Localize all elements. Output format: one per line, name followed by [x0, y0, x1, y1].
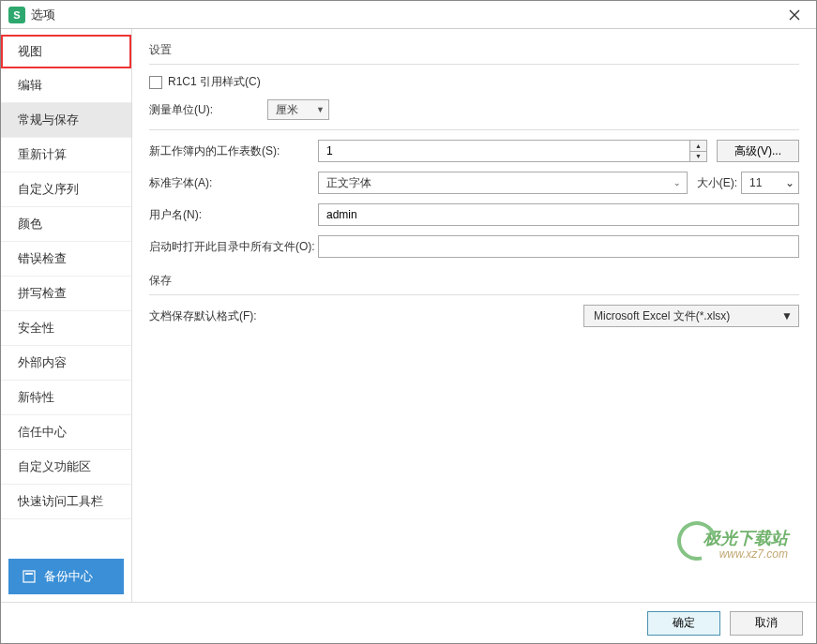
sidebar: 视图 编辑 常规与保存 重新计算 自定义序列 颜色 错误检查 拼写检查 安全性 …	[1, 29, 132, 602]
sidebar-item-security[interactable]: 安全性	[1, 311, 131, 346]
font-label: 标准字体(A):	[149, 175, 318, 191]
divider	[149, 294, 799, 295]
startup-label: 启动时打开此目录中所有文件(O):	[149, 239, 318, 255]
divider	[149, 64, 799, 65]
close-icon	[789, 9, 800, 21]
chevron-down-icon: ▼	[781, 309, 793, 322]
settings-heading: 设置	[149, 42, 799, 58]
chevron-down-icon: ⌄	[673, 178, 681, 187]
close-button[interactable]	[780, 1, 809, 29]
chevron-down-icon: ▼	[316, 105, 325, 114]
app-icon: S	[8, 7, 25, 23]
r1c1-row: R1C1 引用样式(C)	[149, 74, 799, 90]
watermark-url: www.xz7.com	[704, 547, 788, 561]
options-window: S 选项 视图 编辑 常规与保存 重新计算 自定义序列 颜色 错误检查 拼写检查…	[0, 0, 817, 644]
watermark: 极光下载站 www.xz7.com	[704, 527, 788, 561]
sheets-spinner[interactable]: ▲ ▼	[318, 140, 707, 162]
svg-rect-0	[23, 571, 35, 582]
backup-icon	[22, 569, 37, 584]
titlebar: S 选项	[1, 1, 816, 29]
unit-row: 测量单位(U): 厘米 ▼	[149, 99, 799, 120]
r1c1-label: R1C1 引用样式(C)	[168, 74, 261, 90]
main-panel: 设置 R1C1 引用样式(C) 测量单位(U): 厘米 ▼ 新工作簿内的工作表数…	[132, 29, 816, 602]
sidebar-item-trust-center[interactable]: 信任中心	[1, 415, 131, 450]
svg-rect-1	[25, 573, 33, 575]
backup-label: 备份中心	[44, 568, 93, 585]
size-group: 大小(E): 11 ⌄	[697, 172, 799, 194]
sidebar-item-recalc[interactable]: 重新计算	[1, 138, 131, 172]
size-label: 大小(E):	[697, 175, 737, 191]
font-row: 标准字体(A): 正文字体 ⌄ 大小(E): 11 ⌄	[149, 172, 799, 194]
sidebar-item-quick-access[interactable]: 快速访问工具栏	[1, 485, 131, 519]
save-format-value: Microsoft Excel 文件(*.xlsx)	[594, 308, 730, 324]
divider	[149, 129, 799, 130]
save-format-label: 文档保存默认格式(F):	[149, 308, 318, 324]
chevron-down-icon: ⌄	[785, 176, 794, 189]
sidebar-item-view[interactable]: 视图	[1, 35, 131, 68]
dialog-footer: 确定 取消	[1, 602, 816, 643]
unit-value: 厘米	[276, 102, 298, 118]
window-title: 选项	[31, 7, 780, 23]
size-value: 11	[749, 176, 762, 189]
sheets-input[interactable]	[319, 141, 689, 161]
advanced-button[interactable]: 高级(V)...	[717, 140, 799, 162]
cancel-button[interactable]: 取消	[730, 611, 803, 636]
save-format-row: 文档保存默认格式(F): Microsoft Excel 文件(*.xlsx) …	[149, 305, 799, 327]
unit-label: 测量单位(U):	[149, 102, 267, 118]
backup-center-button[interactable]: 备份中心	[8, 559, 124, 594]
sheets-row: 新工作簿内的工作表数(S): ▲ ▼ 高级(V)...	[149, 140, 799, 162]
username-row: 用户名(N):	[149, 203, 799, 226]
sidebar-item-external[interactable]: 外部内容	[1, 346, 131, 381]
spinner-up[interactable]: ▲	[690, 141, 706, 152]
sidebar-item-color[interactable]: 颜色	[1, 207, 131, 242]
sidebar-spacer	[1, 519, 131, 551]
ok-button[interactable]: 确定	[647, 611, 720, 636]
sidebar-item-spell-check[interactable]: 拼写检查	[1, 277, 131, 311]
sidebar-item-edit[interactable]: 编辑	[1, 68, 131, 103]
sidebar-item-error-check[interactable]: 错误检查	[1, 242, 131, 277]
sidebar-item-general-save[interactable]: 常规与保存	[1, 103, 131, 138]
save-format-combo[interactable]: Microsoft Excel 文件(*.xlsx) ▼	[583, 305, 799, 327]
username-input[interactable]	[318, 203, 799, 226]
sheets-label: 新工作簿内的工作表数(S):	[149, 143, 318, 159]
save-heading: 保存	[149, 273, 799, 289]
sidebar-item-custom-lists[interactable]: 自定义序列	[1, 172, 131, 207]
font-combo[interactable]: 正文字体 ⌄	[318, 172, 688, 194]
font-value: 正文字体	[326, 175, 371, 191]
spinner-down[interactable]: ▼	[690, 152, 706, 162]
dialog-body: 视图 编辑 常规与保存 重新计算 自定义序列 颜色 错误检查 拼写检查 安全性 …	[1, 29, 816, 602]
sidebar-item-customize-ribbon[interactable]: 自定义功能区	[1, 450, 131, 485]
startup-row: 启动时打开此目录中所有文件(O):	[149, 235, 799, 258]
unit-combo[interactable]: 厘米 ▼	[267, 99, 329, 120]
username-label: 用户名(N):	[149, 207, 318, 223]
r1c1-checkbox[interactable]	[149, 76, 162, 89]
sidebar-item-new-features[interactable]: 新特性	[1, 381, 131, 415]
spinner-buttons: ▲ ▼	[689, 141, 706, 161]
startup-input[interactable]	[318, 235, 799, 258]
size-combo[interactable]: 11 ⌄	[741, 172, 799, 194]
watermark-text: 极光下载站	[704, 527, 788, 549]
